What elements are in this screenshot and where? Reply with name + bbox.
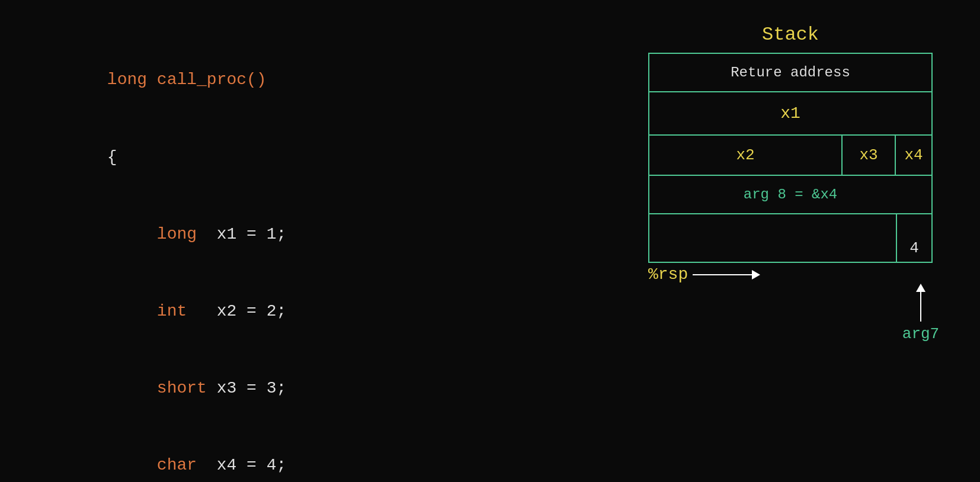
rsp-label: %rsp — [648, 265, 688, 284]
stack-section: Stack Reture address x1 x2 x3 x4 — [636, 24, 944, 343]
main-container: long call_proc() { long x1 = 1; int x2 =… — [0, 0, 980, 482]
keyword-int: int — [157, 302, 187, 320]
code-line-6: char x4 = 4; — [47, 427, 636, 482]
stack-diagram: Reture address x1 x2 x3 x4 arg 8 = &x4 — [648, 53, 933, 263]
stack-row-x2-x3-x4: x2 x3 x4 — [649, 136, 931, 176]
keyword-long-1: long call_proc() — [107, 70, 267, 89]
stack-cell-x2: x2 — [649, 136, 843, 175]
keyword-long: long — [157, 225, 197, 243]
rsp-arrow-line — [693, 274, 752, 275]
code-section: long call_proc() { long x1 = 1; int x2 =… — [36, 24, 636, 482]
stack-cell-bottom-4: 4 — [896, 214, 931, 262]
code-x1: x1 = 1; — [197, 225, 286, 243]
keyword-char: char — [157, 456, 197, 474]
code-line-4: int x2 = 2; — [47, 273, 636, 350]
stack-cell-x3: x3 — [843, 136, 896, 175]
stack-row-x1: x1 — [649, 92, 931, 136]
arg7-label: arg7 — [902, 325, 939, 343]
rsp-arrow-head — [752, 270, 760, 279]
code-x4: x4 = 4; — [197, 456, 286, 474]
stack-title: Stack — [762, 24, 819, 46]
code-x3: x3 = 3; — [207, 379, 286, 397]
stack-cell-bottom-empty — [649, 214, 896, 262]
code-line-2: { — [47, 118, 636, 195]
stack-wrapper: Reture address x1 x2 x3 x4 arg 8 = &x4 — [648, 53, 933, 284]
rsp-row: %rsp — [648, 265, 933, 284]
stack-cell-x4: x4 — [896, 136, 931, 175]
arg7-arrow-tip — [916, 284, 925, 292]
arg7-arrow-shaft — [920, 292, 921, 322]
code-x2: x2 = 2; — [187, 302, 286, 320]
brace-open: { — [107, 148, 117, 166]
code-line-3: long x1 = 1; — [47, 195, 636, 272]
code-line-5: short x3 = 3; — [47, 350, 636, 427]
below-stack: arg7 — [654, 284, 939, 343]
stack-row-bottom: 4 — [649, 214, 931, 262]
stack-row-return-address: Reture address — [649, 54, 931, 92]
stack-row-arg8: arg 8 = &x4 — [649, 176, 931, 214]
code-line-1: long call_proc() — [47, 41, 636, 118]
keyword-short: short — [157, 379, 207, 397]
arg7-column: arg7 — [903, 284, 939, 343]
rsp-arrow — [693, 270, 760, 279]
